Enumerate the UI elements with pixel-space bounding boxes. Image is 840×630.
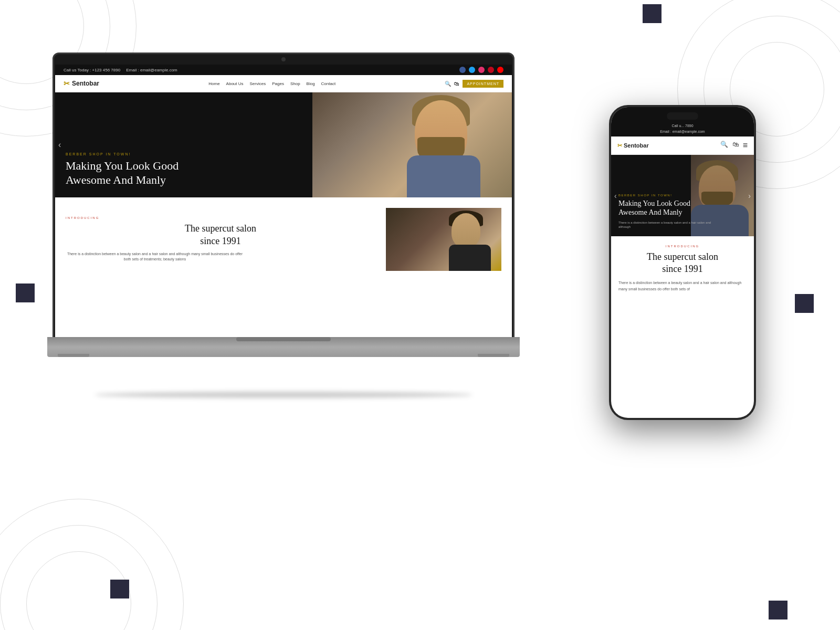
- nav-home[interactable]: Home: [208, 81, 219, 86]
- nav-blog[interactable]: Blog: [307, 81, 315, 86]
- phone-hero-content: BERBER SHOP IN TOWN! Making You Look Goo…: [618, 194, 723, 229]
- phone-nav-icons: 🔍 🛍 ≡: [720, 141, 748, 150]
- laptop-website: Call us Today : +123 456 7890 Email : em…: [55, 65, 512, 337]
- ibp-body: [449, 245, 491, 271]
- facebook-icon[interactable]: [459, 67, 466, 73]
- phone-logo-text: Sentobar: [624, 142, 649, 149]
- laptop-shadow: [94, 392, 472, 398]
- laptop-email-text: Email : email@eample.com: [126, 68, 177, 72]
- laptop-logo-text: Sentobar: [72, 80, 99, 87]
- phone-topbar: Call u... 7890 Email : email@eample.com: [611, 107, 754, 136]
- phone-intro-title: The supercut salon since 1991: [618, 251, 747, 275]
- phone-menu-icon[interactable]: ≡: [743, 141, 748, 150]
- deco-square-bottom-right: [769, 601, 788, 620]
- phone-search-icon[interactable]: 🔍: [720, 141, 728, 150]
- deco-circle-5: [0, 525, 158, 630]
- phone-screen: Call u... 7890 Email : email@eample.com …: [611, 107, 754, 418]
- deco-circle-6: [0, 499, 184, 630]
- laptop-hero-title: Making You Look Good Awesome And Manly: [66, 159, 178, 187]
- laptop-nav-links: Home About Us Services Pages Shop Blog C…: [208, 81, 335, 86]
- laptop-intro-desc: There is a distinction between a beauty …: [66, 251, 244, 262]
- laptop-nav-actions: 🔍 🛍 APPOINTMENT: [445, 80, 503, 88]
- phone-intro-tag: INTRODUCING: [618, 245, 747, 248]
- laptop-base: [47, 337, 520, 357]
- phone-intro-desc: There is a distinction between a beauty …: [618, 280, 747, 291]
- phone-logo-icon: ✂: [617, 142, 622, 149]
- laptop-site-topbar: Call us Today : +123 456 7890 Email : em…: [55, 65, 512, 75]
- phone-body: Call u... 7890 Email : email@eample.com …: [609, 105, 756, 420]
- deco-square-left: [16, 284, 35, 302]
- deco-square-top-right: [643, 4, 662, 23]
- laptop-hero-image: [312, 92, 512, 197]
- phone-contact-line1: Call u... 7890: [617, 123, 748, 129]
- laptop-body: Call us Today : +123 456 7890 Email : em…: [47, 52, 520, 357]
- laptop-mockup: Call us Today : +123 456 7890 Email : em…: [47, 52, 520, 394]
- ibp-face: [452, 213, 480, 247]
- phone-hero-tag: BERBER SHOP IN TOWN!: [618, 194, 723, 197]
- nav-services[interactable]: Services: [250, 81, 266, 86]
- laptop-camera: [281, 57, 286, 61]
- twitter-icon[interactable]: [469, 67, 475, 73]
- laptop-intro-barber: [386, 208, 501, 271]
- laptop-appointment-btn[interactable]: APPOINTMENT: [463, 80, 503, 88]
- laptop-intro-text: INTRODUCING The supercut salon since 199…: [66, 216, 375, 262]
- laptop-screen: Call us Today : +123 456 7890 Email : em…: [55, 65, 512, 337]
- phone-bag-icon[interactable]: 🛍: [732, 141, 739, 150]
- phone-hero-prev[interactable]: ‹: [614, 192, 617, 200]
- laptop-lid: Call us Today : +123 456 7890 Email : em…: [52, 52, 514, 339]
- laptop-intro-title: The supercut salon since 1991: [66, 223, 375, 247]
- phone-logo[interactable]: ✂ Sentobar: [617, 142, 649, 149]
- phone-intro-section: INTRODUCING The supercut salon since 199…: [611, 236, 754, 300]
- laptop-intro-section: INTRODUCING The supercut salon since 199…: [55, 197, 512, 281]
- phone-hero-next[interactable]: ›: [748, 192, 751, 200]
- laptop-social-icons: [459, 67, 503, 73]
- nav-contact[interactable]: Contact: [321, 81, 336, 86]
- pinterest-icon[interactable]: [488, 67, 494, 73]
- deco-square-bottom-left: [110, 580, 129, 598]
- phone-hero-title: Making You Look Good Awesome And Manly: [618, 199, 713, 217]
- phone-notch: [667, 112, 698, 120]
- nav-pages[interactable]: Pages: [272, 81, 284, 86]
- logo-scissor-icon: ✂: [64, 79, 70, 88]
- scene: Call us Today : +123 456 7890 Email : em…: [0, 0, 840, 630]
- phone-email-line: Email : email@eample.com: [617, 129, 748, 134]
- phone-navbar: ✂ Sentobar 🔍 🛍 ≡: [611, 136, 754, 155]
- laptop-hinge: [236, 337, 331, 341]
- laptop-search-icon[interactable]: 🔍: [445, 81, 451, 87]
- nav-shop[interactable]: Shop: [290, 81, 300, 86]
- laptop-hero-barber: [407, 95, 480, 197]
- laptop-barber-person: [449, 208, 491, 271]
- phone-hero: ‹ › BERBER SHOP IN TOWN! Making You Look…: [611, 155, 754, 236]
- laptop-hero-text: BERBER SHOP IN TOWN! Making You Look Goo…: [66, 152, 178, 187]
- laptop-hero-tag: BERBER SHOP IN TOWN!: [66, 152, 178, 156]
- laptop-foot-left: [58, 354, 89, 357]
- phone-hero-desc: There is a distinction between a beauty …: [618, 220, 723, 229]
- nav-about[interactable]: About Us: [226, 81, 244, 86]
- instagram-icon[interactable]: [478, 67, 485, 73]
- laptop-intro-image-container: [386, 208, 501, 271]
- laptop-navbar: ✂ Sentobar Home About Us Services Pages …: [55, 75, 512, 92]
- phone-website: Call u... 7890 Email : email@eample.com …: [611, 107, 754, 418]
- laptop-logo[interactable]: ✂ Sentobar: [64, 79, 99, 88]
- laptop-phone-text: Call us Today : +123 456 7890: [64, 68, 120, 72]
- deco-square-mid-right: [795, 294, 814, 313]
- laptop-contact-info: Call us Today : +123 456 7890 Email : em…: [64, 68, 177, 72]
- laptop-bag-icon[interactable]: 🛍: [454, 81, 459, 87]
- laptop-foot-right: [478, 354, 509, 357]
- barber-body: [407, 155, 480, 197]
- laptop-hero: ‹ BERBER SHOP IN TOWN! Making You Look G…: [55, 92, 512, 197]
- youtube-icon[interactable]: [497, 67, 503, 73]
- laptop-hero-prev-btn[interactable]: ‹: [58, 140, 61, 150]
- laptop-intro-tag: INTRODUCING: [66, 216, 375, 219]
- phone-mockup: Call u... 7890 Email : email@eample.com …: [609, 105, 756, 462]
